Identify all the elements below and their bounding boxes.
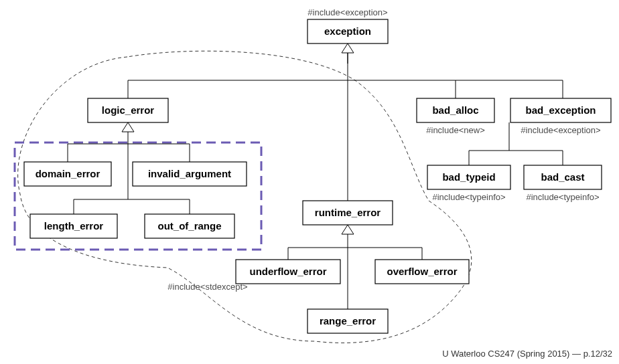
label-invalid_argument: invalid_argument [148,168,231,179]
label-bad_typeid: bad_typeid [442,171,495,183]
label-exception: exception [324,25,371,37]
annot-bad_alloc: #include<new> [426,125,484,135]
svg-marker-1 [342,43,354,53]
annot-bad_cast: #include<typeinfo> [526,192,599,202]
label-runtime_error: runtime_error [315,207,381,218]
label-out_of_range: out_of_range [157,220,221,232]
annot-exception: #include<exception> [307,7,387,17]
annot-bad_exception: #include<exception> [521,125,600,135]
label-range_error: range_error [320,315,376,327]
label-bad_alloc: bad_alloc [432,104,478,116]
annot-bad_typeid: #include<typeinfo> [432,192,505,202]
exception-hierarchy-diagram: exception #include<exception> logic_erro… [0,0,619,364]
label-overflow_error: overflow_error [387,266,457,277]
annot-stdexcept-group: #include<stdexcept> [167,282,247,292]
label-logic_error: logic_error [102,104,155,116]
label-bad_exception: bad_exception [525,104,596,116]
svg-marker-23 [342,225,354,234]
footer-text: U Waterloo CS247 (Spring 2015) — p.12/32 [442,349,612,359]
label-bad_cast: bad_cast [541,171,584,183]
stdexcept-cloud [18,51,472,343]
label-length_error: length_error [44,220,104,232]
label-underflow_error: underflow_error [249,266,326,277]
label-domain_error: domain_error [36,168,100,179]
svg-marker-14 [122,122,134,132]
